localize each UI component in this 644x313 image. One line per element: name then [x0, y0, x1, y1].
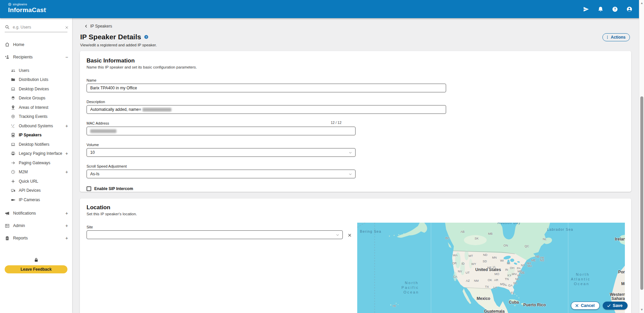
topbar: S singlewire InformaCast· ? [0, 0, 644, 18]
home-icon [5, 42, 10, 47]
expand-icon[interactable]: + [65, 235, 68, 241]
sidebar-item-label: IP Speakers [19, 133, 42, 137]
search-input[interactable] [10, 25, 67, 30]
sidebar-item-api-devices[interactable]: API Devices [0, 186, 72, 195]
sidebar-item-areas-of-interest[interactable]: Areas of Interest [0, 103, 72, 112]
sidebar-item-label: Notifications [13, 211, 36, 216]
send-icon[interactable] [583, 6, 589, 12]
brand-logo: S singlewire InformaCast· [8, 3, 47, 14]
bell-icon[interactable] [597, 6, 604, 12]
sidebar-item-admin[interactable]: Admin+ [0, 221, 72, 231]
svg-text:?: ? [614, 7, 616, 11]
basic-information-heading: Basic Information [87, 57, 625, 64]
sidebar-item-device-groups[interactable]: Device Groups [0, 94, 72, 103]
sidebar-item-notifications[interactable]: Notifications+ [0, 209, 72, 218]
check-icon [607, 304, 611, 308]
sip-intercom-label: Enable SIP Intercom [94, 186, 133, 191]
scroll-speed-label: Scroll Speed Adjustment [87, 164, 625, 168]
location-card: Location Set this IP speaker's location.… [80, 198, 631, 313]
notifications-icon [5, 211, 10, 216]
scrollbar-up-arrow[interactable]: ▲ [639, 1, 644, 6]
sidebar-item-recipients[interactable]: Recipients− [0, 52, 72, 62]
expand-icon[interactable]: + [65, 123, 68, 129]
sidebar-item-home[interactable]: Home [0, 40, 72, 49]
site-clear-icon[interactable] [347, 233, 352, 237]
users-icon [11, 68, 15, 73]
sidebar-item-label: Desktop Devices [19, 87, 49, 91]
sidebar-item-tracking-events[interactable]: Tracking Events [0, 112, 72, 122]
name-label: Name [87, 78, 625, 82]
map[interactable]: Bering SeaHudson BayLabrador SeaNorthPac… [357, 223, 625, 313]
save-button[interactable]: Save [603, 302, 628, 310]
actions-button[interactable]: Actions [602, 33, 630, 41]
svg-text:x: x [13, 126, 14, 128]
search-clear-icon[interactable] [65, 25, 69, 29]
scrollbar-thumb[interactable] [640, 96, 643, 290]
sidebar-item-distribution-lists[interactable]: Distribution Lists [0, 75, 72, 85]
redacted-value [90, 129, 116, 133]
account-icon[interactable] [626, 6, 633, 12]
chevron-down-icon [335, 233, 340, 237]
location-subtitle: Set this IP speaker's location. [87, 212, 625, 216]
sidebar-item-users[interactable]: Users [0, 66, 72, 75]
volume-label: Volume [87, 143, 625, 147]
sidebar-search [5, 22, 67, 32]
chevron-down-icon [348, 150, 353, 155]
name-field[interactable] [87, 84, 446, 92]
m2m-icon [11, 170, 15, 174]
kebab-menu-icon [605, 35, 609, 39]
sidebar-item-ip-cameras[interactable]: IP Cameras [0, 195, 72, 205]
collapse-icon[interactable]: − [65, 54, 68, 60]
sip-intercom-checkbox[interactable] [87, 186, 91, 191]
brand-top-text: singlewire [13, 3, 27, 6]
scrollbar-down-arrow[interactable]: ▼ [639, 307, 644, 312]
sidebar-item-m2m[interactable]: M2M+ [0, 168, 72, 177]
recipients-icon [5, 54, 10, 59]
lock-icon [34, 257, 39, 263]
char-counter: 12 / 12 [331, 121, 341, 125]
expand-icon[interactable]: + [65, 223, 68, 228]
title-help-icon[interactable]: ? [144, 35, 149, 39]
svg-text:?: ? [145, 36, 147, 39]
x-icon [575, 304, 579, 308]
site-select[interactable] [87, 230, 343, 239]
sidebar-item-paging-gateways[interactable]: Paging Gateways [0, 158, 72, 168]
leave-feedback-button[interactable]: Leave Feedback [5, 265, 67, 273]
help-icon[interactable]: ? [612, 6, 618, 12]
ip-cameras-icon [11, 197, 15, 202]
sidebar-item-label: Reports [13, 236, 28, 240]
outbound-systems-icon: 1x [11, 124, 15, 128]
mac-address-field[interactable] [87, 127, 356, 135]
description-field[interactable]: Automatically added, name= [87, 105, 446, 114]
expand-icon[interactable]: + [65, 151, 68, 156]
sidebar-item-desktop-notifiers[interactable]: Desktop Notifiers [0, 140, 72, 149]
redacted-value [143, 108, 171, 111]
sidebar-item-quick-url[interactable]: Quick URL [0, 177, 72, 186]
ip-speakers-icon [11, 133, 15, 137]
sidebar-item-label: Home [13, 42, 24, 47]
sidebar-item-label: Paging Gateways [19, 161, 50, 165]
expand-icon[interactable]: + [65, 211, 68, 216]
scroll-speed-select[interactable]: As-Is [87, 170, 356, 178]
expand-icon[interactable]: + [65, 169, 68, 175]
cancel-button[interactable]: Cancel [571, 302, 600, 310]
lock-indicator [0, 257, 72, 264]
admin-icon [5, 223, 10, 228]
sidebar-item-reports[interactable]: Reports+ [0, 233, 72, 243]
sidebar-item-label: Users [19, 68, 29, 73]
enable-sip-intercom-row[interactable]: Enable SIP Intercom [87, 186, 625, 191]
breadcrumb[interactable]: IP Speakers [84, 24, 112, 29]
volume-select[interactable]: 10 [87, 148, 356, 157]
back-chevron-icon [84, 24, 88, 28]
sidebar-item-ip-speakers[interactable]: IP Speakers [0, 131, 72, 140]
page-title: IP Speaker Details [80, 33, 141, 41]
sidebar-nav: HomeRecipients−UsersDistribution ListsDe… [0, 32, 72, 243]
location-heading: Location [87, 204, 625, 211]
sidebar-item-label: Device Groups [19, 96, 45, 100]
map-geometry [357, 223, 625, 313]
sidebar-item-legacy-paging-interface[interactable]: Legacy Paging Interface+ [0, 149, 72, 159]
sidebar-item-desktop-devices[interactable]: Desktop Devices [0, 84, 72, 94]
page-subtitle: View/edit a registered and added IP spea… [80, 43, 157, 47]
sidebar-item-outbound-systems[interactable]: 1xOutbound Systems+ [0, 121, 72, 131]
sidebar-item-label: Areas of Interest [19, 105, 48, 110]
